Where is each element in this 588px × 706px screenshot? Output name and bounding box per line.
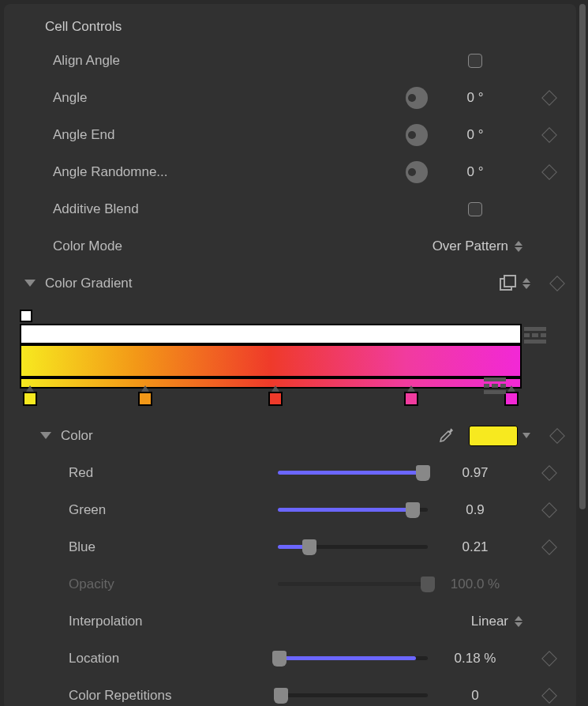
color-label: Color bbox=[61, 428, 93, 444]
opacity-slider bbox=[278, 582, 428, 586]
interpolation-popup[interactable]: Linear bbox=[365, 614, 522, 629]
location-value[interactable]: 0.18 % bbox=[428, 651, 522, 667]
color-gradient-label: Color Gradient bbox=[45, 276, 133, 291]
color-stop[interactable] bbox=[268, 392, 283, 406]
color-gradient-group-header[interactable]: Color Gradient bbox=[4, 265, 576, 302]
additive-blend-checkbox[interactable] bbox=[468, 202, 482, 216]
distribute-opacity-stops-icon[interactable] bbox=[524, 327, 546, 344]
keyframe-diamond-icon[interactable] bbox=[541, 651, 557, 667]
angle-randomness-label: Angle Randomne... bbox=[12, 164, 185, 180]
location-label: Location bbox=[12, 651, 201, 667]
color-repetitions-value[interactable]: 0 bbox=[428, 688, 522, 704]
color-mode-popup[interactable]: Over Pattern bbox=[365, 238, 522, 254]
green-slider[interactable] bbox=[278, 508, 428, 512]
green-value[interactable]: 0.9 bbox=[428, 502, 522, 518]
angle-end-label: Angle End bbox=[12, 127, 185, 143]
color-mode-value: Over Pattern bbox=[433, 238, 508, 254]
angle-randomness-dial[interactable] bbox=[406, 161, 428, 183]
keyframe-diamond-icon[interactable] bbox=[541, 127, 557, 143]
red-slider[interactable] bbox=[278, 471, 428, 475]
keyframe-diamond-icon[interactable] bbox=[541, 465, 557, 481]
keyframe-diamond-icon[interactable] bbox=[541, 90, 557, 106]
scrollbar-thumb[interactable] bbox=[579, 4, 586, 509]
green-label: Green bbox=[12, 502, 201, 518]
red-label: Red bbox=[12, 465, 201, 481]
location-slider[interactable] bbox=[278, 656, 428, 660]
angle-end-dial[interactable] bbox=[406, 124, 428, 146]
gradient-opacity-bar[interactable] bbox=[20, 324, 522, 344]
interpolation-label: Interpolation bbox=[12, 614, 201, 629]
scrollbar[interactable] bbox=[579, 4, 586, 699]
keyframe-diamond-icon[interactable] bbox=[541, 539, 557, 555]
keyframe-diamond-icon[interactable] bbox=[541, 688, 557, 704]
preset-library-icon bbox=[499, 274, 518, 293]
popup-arrows-icon bbox=[522, 278, 530, 289]
angle-end-value[interactable]: 0 ° bbox=[428, 127, 522, 143]
distribute-color-stops-icon[interactable] bbox=[484, 377, 506, 395]
blue-slider[interactable] bbox=[278, 545, 428, 549]
section-title: Cell Controls bbox=[45, 19, 122, 35]
popup-arrows-icon bbox=[515, 616, 522, 627]
swatch-chevron-icon[interactable] bbox=[522, 433, 530, 438]
color-swatch[interactable] bbox=[469, 426, 518, 446]
angle-label: Angle bbox=[12, 90, 185, 106]
color-repetitions-slider[interactable] bbox=[278, 693, 428, 697]
angle-dial[interactable] bbox=[406, 87, 428, 109]
keyframe-diamond-icon[interactable] bbox=[549, 428, 565, 444]
additive-blend-label: Additive Blend bbox=[12, 201, 185, 217]
keyframe-diamond-icon[interactable] bbox=[541, 502, 557, 518]
disclosure-triangle-icon[interactable] bbox=[40, 432, 51, 439]
angle-randomness-value[interactable]: 0 ° bbox=[428, 164, 522, 180]
color-stop[interactable] bbox=[23, 392, 37, 406]
popup-arrows-icon bbox=[515, 241, 522, 252]
blue-label: Blue bbox=[12, 539, 201, 555]
keyframe-diamond-icon[interactable] bbox=[541, 164, 557, 180]
opacity-label: Opacity bbox=[12, 576, 201, 592]
angle-value[interactable]: 0 ° bbox=[428, 90, 522, 106]
gradient-preview-bar bbox=[20, 377, 522, 389]
red-value[interactable]: 0.97 bbox=[428, 465, 522, 481]
color-mode-label: Color Mode bbox=[12, 238, 185, 254]
opacity-value: 100.0 % bbox=[428, 576, 522, 592]
align-angle-label: Align Angle bbox=[12, 53, 185, 69]
keyframe-diamond-icon[interactable] bbox=[549, 276, 565, 291]
color-stop[interactable] bbox=[404, 392, 418, 406]
section-header-cell-controls: Cell Controls bbox=[4, 12, 576, 42]
color-stop[interactable] bbox=[138, 392, 152, 406]
interpolation-value: Linear bbox=[471, 614, 508, 629]
color-group-header[interactable]: Color bbox=[4, 417, 576, 454]
eyedropper-icon[interactable] bbox=[436, 426, 455, 445]
align-angle-checkbox[interactable] bbox=[468, 54, 482, 68]
svg-rect-1 bbox=[504, 276, 515, 287]
gradient-preset-popup[interactable] bbox=[373, 274, 530, 293]
disclosure-triangle-icon[interactable] bbox=[24, 280, 36, 287]
opacity-stop-marker[interactable] bbox=[20, 310, 32, 322]
blue-value[interactable]: 0.21 bbox=[428, 539, 522, 555]
color-stop[interactable] bbox=[504, 392, 519, 406]
color-repetitions-label: Color Repetitions bbox=[12, 688, 201, 704]
gradient-color-bar[interactable] bbox=[20, 344, 522, 377]
